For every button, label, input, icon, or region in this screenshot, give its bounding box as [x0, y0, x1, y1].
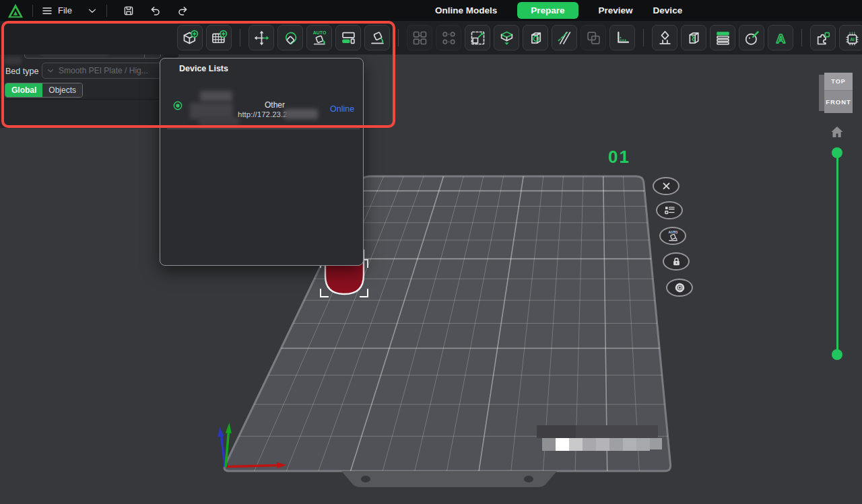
slider-track[interactable]: [836, 153, 838, 355]
lay-flat-icon: [368, 29, 387, 47]
app-logo-icon[interactable]: [7, 3, 24, 19]
plugin-icon: [814, 29, 832, 47]
close-button[interactable]: [653, 177, 679, 195]
ai-chip-icon: AI: [843, 29, 861, 47]
seam-paint-button[interactable]: [681, 25, 706, 50]
device-status-badge[interactable]: Online: [330, 104, 354, 114]
ai-chip-button[interactable]: AI: [839, 25, 862, 50]
boolean-icon: [585, 29, 603, 47]
chevron-down-icon: [86, 5, 98, 17]
view-cube-side-face[interactable]: [819, 75, 824, 111]
tab-objects[interactable]: Objects: [42, 83, 82, 97]
app-window: 01 File Online Models Prepare Preview De…: [0, 0, 862, 504]
auto-orient-button[interactable]: AUTO: [306, 25, 332, 50]
color-paint-button[interactable]: [739, 25, 764, 50]
measure-icon: [614, 29, 632, 47]
support-paint-icon: [656, 29, 674, 47]
bed-type-dropdown[interactable]: Smooth PEI Plate / Hig...: [42, 63, 162, 79]
text-tool-button[interactable]: A: [768, 25, 793, 50]
undo-icon[interactable]: [150, 5, 162, 17]
close-icon: [659, 179, 673, 193]
cut-button[interactable]: [552, 25, 577, 50]
toolbar-separator: [398, 29, 399, 46]
divider: [106, 5, 107, 17]
layer-height-button[interactable]: [710, 25, 735, 50]
settings-icon: [673, 281, 687, 295]
tab-online-models[interactable]: Online Models: [435, 5, 497, 15]
plugin-button[interactable]: [810, 25, 836, 50]
boolean-button: [581, 25, 606, 50]
blurred-device-name: [200, 91, 232, 102]
split-parts-icon: [527, 29, 545, 47]
support-paint-button[interactable]: [652, 25, 677, 50]
measure-button[interactable]: [609, 25, 635, 50]
plate-number-label[interactable]: 01: [608, 147, 630, 168]
auto-orient-button[interactable]: AUTO: [659, 227, 686, 245]
save-icon[interactable]: [123, 5, 135, 17]
file-menu[interactable]: File: [41, 5, 98, 17]
split-objects-button[interactable]: [494, 25, 519, 50]
tab-preview[interactable]: Preview: [599, 5, 633, 15]
divider: [32, 5, 33, 17]
lay-flat-button[interactable]: [364, 25, 390, 50]
divider: [0, 99, 174, 100]
add-plate-button[interactable]: [206, 25, 232, 50]
split-parts-button[interactable]: [523, 25, 548, 50]
settings-button[interactable]: [666, 279, 693, 297]
device-lists-panel: Device Lists Other http://172.23.2 Onlin…: [160, 58, 364, 266]
device-url-label: http://172.23.2: [238, 110, 288, 118]
view-zoom-slider: [830, 146, 844, 361]
rotate-button[interactable]: [277, 25, 303, 50]
scale-button[interactable]: [465, 25, 490, 50]
settings-scope-tabs: Global Objects: [5, 83, 83, 98]
main-toolbar: AUTOAAI: [0, 21, 862, 55]
fill-bed-button: [436, 25, 461, 50]
add-model-icon: [181, 29, 199, 47]
tab-device[interactable]: Device: [653, 5, 683, 15]
arrange-icon: [339, 29, 358, 47]
color-paint-icon: [743, 29, 761, 47]
arrange-button[interactable]: [335, 25, 361, 50]
toolbar-separator: [240, 29, 240, 46]
device-list-item[interactable]: Other http://172.23.2 Online: [160, 75, 363, 111]
text-tool-icon: A: [772, 29, 790, 47]
top-menu-bar: File Online Models Prepare Preview Devic…: [0, 0, 862, 21]
move-button[interactable]: [248, 25, 274, 50]
radio-selected-icon[interactable]: [172, 100, 183, 111]
move-icon: [253, 29, 271, 47]
plate-watermark-blurred: [537, 425, 662, 451]
svg-text:AUTO: AUTO: [668, 230, 677, 233]
scale-icon: [469, 29, 487, 47]
view-cube-top-face[interactable]: TOP: [824, 73, 853, 91]
split-objects-icon: [498, 29, 516, 47]
file-menu-label: File: [58, 5, 72, 15]
seam-paint-icon: [685, 29, 703, 47]
blurred-url-suffix: [284, 109, 318, 119]
svg-text:A: A: [776, 31, 785, 45]
toolbar-separator: [801, 29, 802, 46]
blurred-device-name: [199, 117, 239, 126]
tab-prepare[interactable]: Prepare: [517, 2, 578, 19]
object-list-button[interactable]: [656, 201, 683, 219]
add-model-button[interactable]: [177, 25, 203, 50]
chevron-down-icon: [46, 66, 55, 75]
plate-screw-hole: [524, 476, 533, 482]
device-type-label: Other: [238, 100, 312, 110]
slider-handle-bottom[interactable]: [832, 349, 842, 360]
toolbar-separator: [643, 29, 644, 46]
svg-text:AUTO: AUTO: [312, 30, 326, 34]
slider-handle-top[interactable]: [832, 147, 842, 158]
auto-orient-icon: AUTO: [310, 29, 329, 47]
lock-button[interactable]: [663, 252, 690, 271]
tab-global[interactable]: Global: [5, 83, 42, 97]
cut-icon: [556, 29, 574, 47]
view-cube-front-face[interactable]: FRONT: [824, 91, 853, 113]
device-lists-title: Device Lists: [179, 64, 228, 73]
home-view-icon[interactable]: [829, 124, 845, 140]
layer-height-icon: [714, 29, 732, 47]
object-list-icon: [663, 203, 677, 217]
grid-four-icon: [411, 29, 429, 47]
redo-icon[interactable]: [176, 5, 189, 17]
rotate-icon: [281, 29, 300, 47]
fill-bed-icon: [440, 29, 458, 47]
